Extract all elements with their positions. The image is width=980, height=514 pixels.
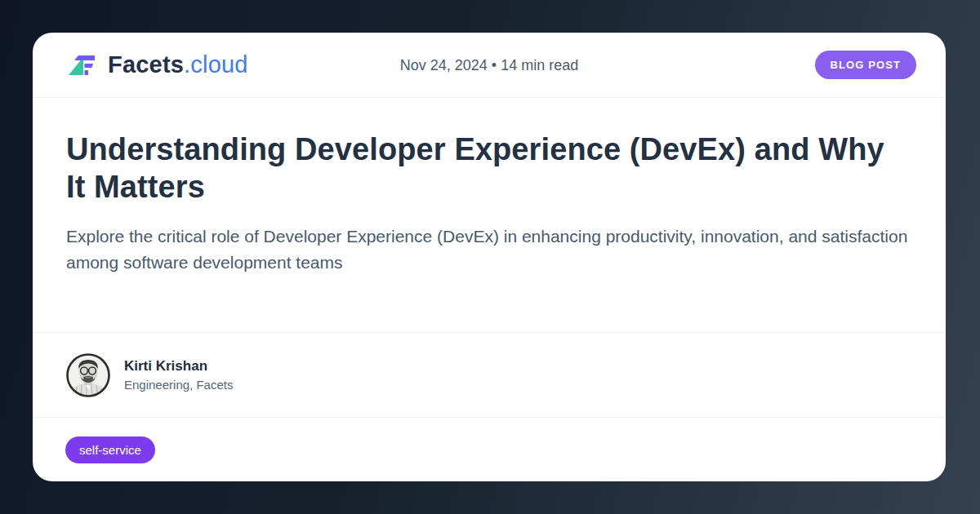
post-date-readtime: Nov 24, 2024 • 14 min read — [400, 56, 578, 73]
tags-section: self-service — [33, 418, 946, 481]
author-avatar — [65, 352, 111, 398]
author-section: Kirti Krishan Engineering, Facets — [33, 333, 946, 418]
tag-self-service[interactable]: self-service — [65, 436, 155, 463]
article-description: Explore the critical role of Developer E… — [66, 224, 913, 276]
author-info: Kirti Krishan Engineering, Facets — [124, 357, 233, 393]
card-header: Facets.cloud Nov 24, 2024 • 14 min read … — [33, 33, 946, 98]
author-name: Kirti Krishan — [124, 357, 233, 375]
article-section: Understanding Developer Experience (DevE… — [33, 98, 946, 333]
blog-post-badge[interactable]: BLOG POST — [815, 51, 916, 79]
facets-logo-icon — [69, 54, 95, 77]
author-role: Engineering, Facets — [124, 377, 233, 393]
post-meta: Nov 24, 2024 • 14 min read — [400, 56, 578, 73]
logo-name: Facets — [108, 51, 184, 78]
logo-suffix: .cloud — [184, 51, 248, 78]
facets-logo[interactable]: Facets.cloud — [69, 51, 248, 78]
blog-post-card: Facets.cloud Nov 24, 2024 • 14 min read … — [33, 33, 946, 481]
logo-wordmark: Facets.cloud — [108, 51, 248, 78]
article-title: Understanding Developer Experience (DevE… — [66, 131, 891, 206]
